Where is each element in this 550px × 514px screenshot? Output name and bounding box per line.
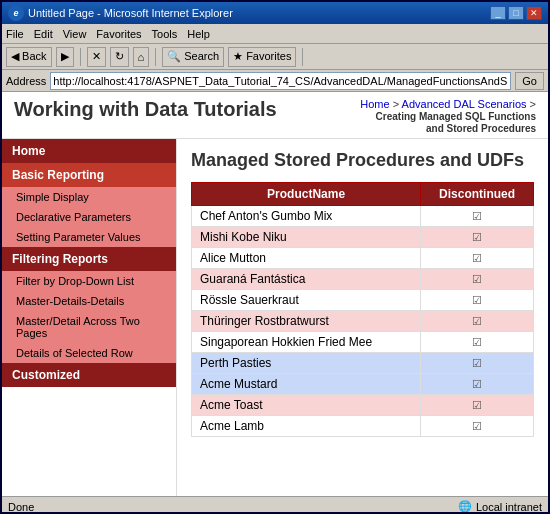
address-bar: Address Go [2, 70, 548, 92]
sidebar-item-customized[interactable]: Customized [2, 363, 176, 387]
address-input[interactable] [50, 72, 511, 90]
sidebar: Home Basic Reporting Simple Display Decl… [2, 139, 177, 496]
go-button[interactable]: Go [515, 72, 544, 90]
table-row[interactable]: Alice Mutton☑ [192, 248, 534, 269]
cell-discontinued: ☑ [421, 311, 534, 332]
maximize-button[interactable]: □ [508, 6, 524, 20]
table-row[interactable]: Chef Anton's Gumbo Mix☑ [192, 206, 534, 227]
home-button[interactable]: ⌂ [133, 47, 150, 67]
refresh-button[interactable]: ↻ [110, 47, 129, 67]
main-heading: Managed Stored Procedures and UDFs [191, 149, 534, 172]
table-row[interactable]: Acme Lamb☑ [192, 416, 534, 437]
cell-discontinued: ☑ [421, 395, 534, 416]
cell-discontinued: ☑ [421, 332, 534, 353]
page-title: Working with Data Tutorials [14, 98, 277, 121]
favorites-button[interactable]: ★ Favorites [228, 47, 296, 67]
cell-product-name: Mishi Kobe Niku [192, 227, 421, 248]
main-panel: Managed Stored Procedures and UDFs Produ… [177, 139, 548, 496]
cell-discontinued: ☑ [421, 248, 534, 269]
checkbox-checked-icon: ☑ [472, 378, 482, 390]
table-row[interactable]: Mishi Kobe Niku☑ [192, 227, 534, 248]
data-table: ProductName Discontinued Chef Anton's Gu… [191, 182, 534, 437]
checkbox-checked-icon: ☑ [472, 210, 482, 222]
title-bar: e Untitled Page - Microsoft Internet Exp… [2, 2, 548, 24]
sidebar-item-home[interactable]: Home [2, 139, 176, 163]
breadcrumb-section[interactable]: Advanced DAL Scenarios [402, 98, 527, 110]
zone-text: Local intranet [476, 501, 542, 513]
toolbar: ◀ Back ▶ ✕ ↻ ⌂ 🔍 Search ★ Favorites [2, 44, 548, 70]
breadcrumb: Home > Advanced DAL Scenarios > Creating… [356, 98, 536, 134]
sidebar-item-basic-reporting[interactable]: Basic Reporting [2, 163, 176, 187]
col-productname: ProductName [192, 183, 421, 206]
menu-view[interactable]: View [63, 28, 87, 40]
table-row[interactable]: Perth Pasties☑ [192, 353, 534, 374]
table-row[interactable]: Acme Mustard☑ [192, 374, 534, 395]
cell-product-name: Guaraná Fantástica [192, 269, 421, 290]
cell-product-name: Acme Lamb [192, 416, 421, 437]
checkbox-checked-icon: ☑ [472, 399, 482, 411]
status-text: Done [8, 501, 34, 513]
window-controls[interactable]: _ □ ✕ [490, 6, 542, 20]
cell-product-name: Alice Mutton [192, 248, 421, 269]
cell-discontinued: ☑ [421, 269, 534, 290]
stop-button[interactable]: ✕ [87, 47, 106, 67]
menu-tools[interactable]: Tools [152, 28, 178, 40]
table-row[interactable]: Guaraná Fantástica☑ [192, 269, 534, 290]
ie-logo-icon: e [8, 5, 24, 21]
table-row[interactable]: Thüringer Rostbratwurst☑ [192, 311, 534, 332]
status-bar: Done 🌐 Local intranet [2, 496, 548, 514]
menu-edit[interactable]: Edit [34, 28, 53, 40]
sidebar-item-declarative-parameters[interactable]: Declarative Parameters [2, 207, 176, 227]
sidebar-item-setting-parameter-values[interactable]: Setting Parameter Values [2, 227, 176, 247]
sidebar-filtering-reports[interactable]: Filtering Reports [2, 247, 176, 271]
checkbox-checked-icon: ☑ [472, 231, 482, 243]
menu-help[interactable]: Help [187, 28, 210, 40]
sidebar-item-master-detail-across[interactable]: Master/Detail Across Two Pages [2, 311, 176, 343]
cell-discontinued: ☑ [421, 206, 534, 227]
table-row[interactable]: Acme Toast☑ [192, 395, 534, 416]
cell-product-name: Thüringer Rostbratwurst [192, 311, 421, 332]
content-area: Working with Data Tutorials Home > Advan… [2, 92, 548, 496]
table-row[interactable]: Rössle Sauerkraut☑ [192, 290, 534, 311]
cell-product-name: Chef Anton's Gumbo Mix [192, 206, 421, 227]
layout: Home Basic Reporting Simple Display Decl… [2, 139, 548, 496]
cell-discontinued: ☑ [421, 416, 534, 437]
cell-product-name: Acme Mustard [192, 374, 421, 395]
zone-icon: 🌐 [458, 500, 472, 513]
cell-discontinued: ☑ [421, 353, 534, 374]
sidebar-item-master-details[interactable]: Master-Details-Details [2, 291, 176, 311]
minimize-button[interactable]: _ [490, 6, 506, 20]
breadcrumb-home[interactable]: Home [360, 98, 389, 110]
checkbox-checked-icon: ☑ [472, 294, 482, 306]
cell-discontinued: ☑ [421, 290, 534, 311]
sidebar-item-filter-dropdown[interactable]: Filter by Drop-Down List [2, 271, 176, 291]
back-button[interactable]: ◀ Back [6, 47, 52, 67]
window-title: Untitled Page - Microsoft Internet Explo… [28, 7, 233, 19]
status-right: 🌐 Local intranet [458, 500, 542, 513]
page-header: Working with Data Tutorials Home > Advan… [2, 92, 548, 139]
menu-favorites[interactable]: Favorites [96, 28, 141, 40]
cell-product-name: Acme Toast [192, 395, 421, 416]
cell-product-name: Rössle Sauerkraut [192, 290, 421, 311]
checkbox-checked-icon: ☑ [472, 252, 482, 264]
forward-button[interactable]: ▶ [56, 47, 74, 67]
checkbox-checked-icon: ☑ [472, 315, 482, 327]
cell-discontinued: ☑ [421, 227, 534, 248]
search-button[interactable]: 🔍 Search [162, 47, 224, 67]
cell-product-name: Singaporean Hokkien Fried Mee [192, 332, 421, 353]
checkbox-checked-icon: ☑ [472, 357, 482, 369]
breadcrumb-current: Creating Managed SQL Functions and Store… [376, 111, 536, 134]
menu-bar: File Edit View Favorites Tools Help [2, 24, 548, 44]
cell-discontinued: ☑ [421, 374, 534, 395]
menu-file[interactable]: File [6, 28, 24, 40]
checkbox-checked-icon: ☑ [472, 420, 482, 432]
cell-product-name: Perth Pasties [192, 353, 421, 374]
checkbox-checked-icon: ☑ [472, 336, 482, 348]
sidebar-item-details-selected-row[interactable]: Details of Selected Row [2, 343, 176, 363]
address-label: Address [6, 75, 46, 87]
checkbox-checked-icon: ☑ [472, 273, 482, 285]
sidebar-item-simple-display[interactable]: Simple Display [2, 187, 176, 207]
close-button[interactable]: ✕ [526, 6, 542, 20]
table-row[interactable]: Singaporean Hokkien Fried Mee☑ [192, 332, 534, 353]
col-discontinued: Discontinued [421, 183, 534, 206]
